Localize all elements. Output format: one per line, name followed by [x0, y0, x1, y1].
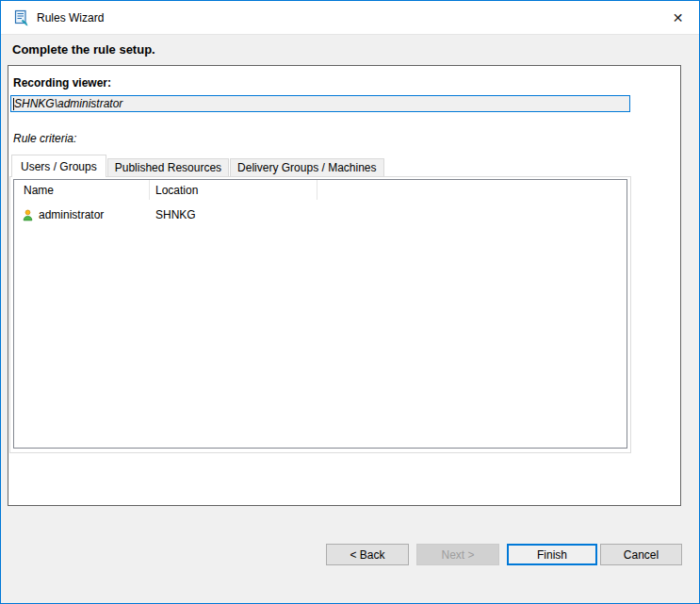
page-title: Complete the rule setup. [12, 42, 155, 57]
column-label: Name [24, 184, 54, 197]
back-button[interactable]: < Back [326, 544, 409, 565]
column-label: Location [155, 184, 198, 197]
user-location: SHNKG [155, 208, 196, 221]
tab-label: Published Resources [115, 161, 221, 174]
content-panel: Recording viewer: SHNKG\administrator Ru… [8, 65, 681, 506]
recording-viewer-input[interactable]: SHNKG\administrator [10, 95, 630, 112]
tab-users-groups[interactable]: Users / Groups [11, 155, 106, 177]
tab-published-resources[interactable]: Published Resources [107, 158, 229, 176]
user-location-cell: SHNKG [150, 208, 317, 221]
rules-wizard-dialog: Rules Wizard ✕ Complete the rule setup. … [0, 0, 700, 604]
recording-viewer-value: SHNKG\administrator [14, 97, 122, 110]
next-button[interactable]: Next > [416, 544, 499, 565]
user-name-cell: administrator [14, 208, 150, 221]
rule-criteria-label: Rule criteria: [13, 132, 76, 145]
list-header: Name Location [14, 180, 627, 200]
table-row[interactable]: administrator SHNKG [14, 204, 627, 225]
title-bar: Rules Wizard ✕ [1, 1, 699, 35]
close-icon[interactable]: ✕ [657, 1, 699, 34]
user-icon [22, 209, 34, 221]
users-list: Name Location administrator [13, 179, 627, 449]
rule-criteria-tabs: Users / Groups Published Resources Deliv… [11, 155, 385, 176]
rules-wizard-icon [13, 9, 30, 26]
user-name: administrator [39, 208, 104, 221]
finish-button[interactable]: Finish [507, 544, 597, 565]
tab-label: Users / Groups [21, 160, 97, 173]
tab-label: Delivery Groups / Machines [237, 161, 376, 174]
tab-delivery-groups-machines[interactable]: Delivery Groups / Machines [230, 158, 383, 176]
window-title: Rules Wizard [37, 11, 104, 24]
cancel-button[interactable]: Cancel [600, 544, 682, 565]
column-header-location[interactable]: Location [150, 180, 317, 200]
recording-viewer-label: Recording viewer: [13, 76, 111, 90]
column-header-name[interactable]: Name [14, 180, 150, 200]
tab-page-users-groups: Name Location administrator [9, 176, 631, 453]
